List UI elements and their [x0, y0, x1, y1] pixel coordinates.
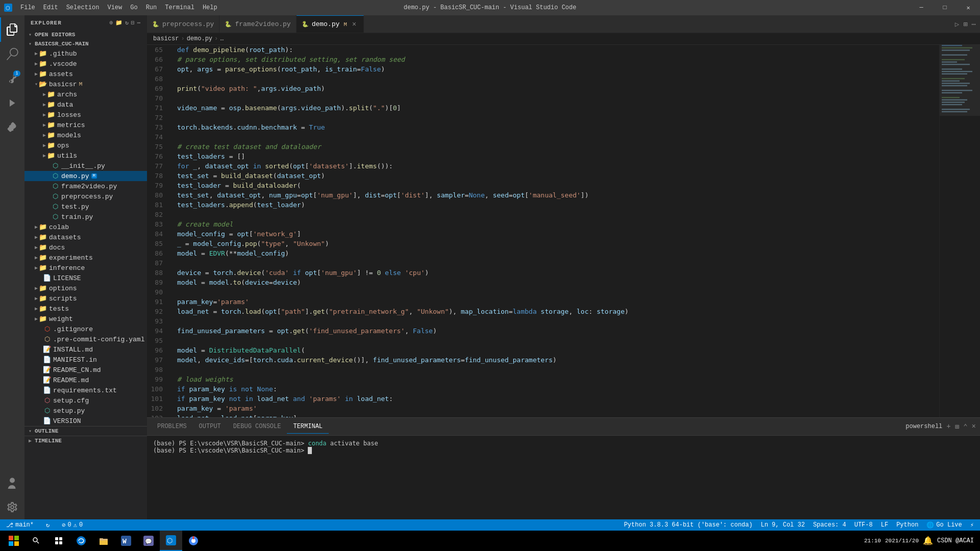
code-content[interactable]: def demo_pipeline(root_path): # parse op… — [175, 45, 939, 417]
menu-help[interactable]: Help — [199, 2, 222, 13]
taskbar-chrome[interactable] — [182, 531, 205, 551]
panel-tab-output[interactable]: OUTPUT — [193, 420, 227, 433]
activity-source-control[interactable]: 1 — [0, 66, 24, 91]
sidebar-item-setup-py[interactable]: ⬡ setup.py — [24, 406, 147, 416]
sidebar-item-basicsr[interactable]: ▾ 📂 basicsr M — [24, 79, 147, 89]
split-editor-icon[interactable]: ⊞ — [963, 20, 967, 29]
sidebar-item-frame2video[interactable]: ⬡ frame2video.py — [24, 181, 147, 191]
timeline-header[interactable]: ▶ TIMELINE — [24, 436, 147, 445]
sidebar-item-models[interactable]: ▶ 📁 models — [24, 130, 147, 140]
activity-explorer[interactable] — [0, 17, 24, 42]
sidebar-item-datasets[interactable]: ▶ 📁 datasets — [24, 232, 147, 242]
sidebar-item-readme[interactable]: 📝 README.md — [24, 375, 147, 385]
panel-add-terminal[interactable]: + — [946, 422, 950, 431]
sidebar-item-license[interactable]: 📄 LICENSE — [24, 273, 147, 283]
sidebar-item-metrics[interactable]: ▶ 📁 metrics — [24, 120, 147, 130]
tab-frame2video[interactable]: 🐍 frame2video.py — [219, 15, 296, 33]
menu-view[interactable]: View — [103, 2, 126, 13]
status-ln-col[interactable]: Ln 9, Col 32 — [758, 521, 806, 529]
menu-run[interactable]: Run — [142, 2, 161, 13]
sidebar-item-assets[interactable]: ▶ 📁 assets — [24, 69, 147, 79]
status-branch[interactable]: ⎇ main* — [4, 521, 36, 529]
more-actions-icon[interactable]: ⋯ — [972, 20, 976, 29]
sidebar-item-ops[interactable]: ▶ 📁 ops — [24, 140, 147, 151]
sidebar-item-preprocess[interactable]: ⬡ preprocess.py — [24, 191, 147, 202]
sidebar-item-requirements[interactable]: 📄 requirements.txt — [24, 385, 147, 395]
menu-file[interactable]: File — [16, 2, 39, 13]
sidebar-item-archs[interactable]: ▶ 📁 archs — [24, 89, 147, 99]
panel-split-terminal[interactable]: ⊞ — [955, 422, 959, 431]
sidebar-item-train[interactable]: ⬡ train.py — [24, 212, 147, 222]
sidebar-item-docs[interactable]: ▶ 📁 docs — [24, 242, 147, 253]
status-encoding[interactable]: UTF-8 — [852, 521, 875, 529]
status-language[interactable]: Python — [894, 521, 920, 529]
sidebar-item-pre-commit[interactable]: ⬡ .pre-commit-config.yaml — [24, 334, 147, 344]
sidebar-item-tests[interactable]: ▶ 📁 tests — [24, 304, 147, 314]
sidebar-item-inference[interactable]: ▶ 📁 inference — [24, 263, 147, 273]
sidebar-item-utils[interactable]: ▶ 📁 utils — [24, 151, 147, 161]
status-errors[interactable]: ⊘ 0 ⚠ 0 — [60, 521, 85, 529]
menu-selection[interactable]: Selection — [62, 2, 104, 13]
taskbar-edge[interactable] — [70, 531, 92, 551]
more-actions-icon[interactable]: ⋯ — [137, 19, 141, 26]
sidebar-item-manifest[interactable]: 📄 MANIFEST.in — [24, 355, 147, 365]
taskbar-task-view[interactable] — [47, 531, 70, 551]
sidebar-item-github[interactable]: ▶ 📁 .github — [24, 48, 147, 59]
status-lightning[interactable]: ⚡ — [968, 521, 976, 529]
breadcrumb-demo-py[interactable]: demo.py — [187, 35, 212, 42]
taskbar-word[interactable]: W — [115, 531, 137, 551]
sidebar-item-setup-cfg[interactable]: ⬡ setup.cfg — [24, 395, 147, 406]
maximize-button[interactable]: □ — [933, 0, 957, 15]
status-eol[interactable]: LF — [879, 521, 890, 529]
sidebar-item-init[interactable]: ⬡ __init__.py — [24, 161, 147, 171]
sidebar-item-experiments[interactable]: ▶ 📁 experiments — [24, 253, 147, 263]
new-folder-icon[interactable]: 📁 — [115, 19, 123, 26]
open-editors-header[interactable]: ▾ OPEN EDITORS — [24, 30, 147, 39]
run-icon[interactable]: ▷ — [955, 20, 959, 29]
breadcrumb-basicsr[interactable]: basicsr — [153, 35, 179, 42]
taskbar-vscode[interactable]: ⬡ — [160, 531, 182, 551]
panel-tab-terminal[interactable]: TERMINAL — [287, 420, 329, 434]
sidebar-item-vscode[interactable]: ▶ 📁 .vscode — [24, 59, 147, 69]
taskbar-start[interactable] — [2, 531, 25, 551]
sidebar-item-losses[interactable]: ▶ 📁 losses — [24, 110, 147, 120]
status-python[interactable]: Python 3.8.3 64-bit ('base': conda) — [622, 521, 754, 529]
refresh-icon[interactable]: ↻ — [125, 19, 129, 26]
sidebar-item-weight[interactable]: ▶ 📁 weight — [24, 314, 147, 324]
root-folder-header[interactable]: ▾ BASICSR_CUC-MAIN — [24, 39, 147, 48]
outline-header[interactable]: ▾ OUTLINE — [24, 427, 147, 436]
panel-tab-problems[interactable]: PROBLEMS — [151, 420, 193, 433]
activity-settings[interactable] — [0, 495, 24, 519]
activity-account[interactable] — [0, 470, 24, 495]
activity-run[interactable] — [0, 91, 24, 115]
activity-search[interactable] — [0, 42, 24, 66]
activity-extensions[interactable] — [0, 115, 24, 140]
panel-maximize[interactable]: ⌃ — [963, 422, 967, 431]
sidebar-item-gitignore[interactable]: ⬡ .gitignore — [24, 324, 147, 334]
menu-edit[interactable]: Edit — [39, 2, 62, 13]
tab-close-button[interactable]: × — [350, 20, 358, 29]
taskbar-teams[interactable]: 💬 — [137, 531, 160, 551]
sidebar-item-data[interactable]: ▶ 📁 data — [24, 99, 147, 110]
sidebar-item-demo[interactable]: ⬡ demo.py M — [24, 171, 147, 181]
taskbar-explorer[interactable] — [92, 531, 115, 551]
menu-terminal[interactable]: Terminal — [161, 2, 199, 13]
sidebar-item-test[interactable]: ⬡ test.py — [24, 202, 147, 212]
status-sync[interactable]: ↻ — [44, 521, 52, 529]
tab-demo[interactable]: 🐍 demo.py M × — [297, 15, 364, 33]
sidebar-item-install-md[interactable]: 📝 INSTALL.md — [24, 344, 147, 355]
sidebar-item-scripts[interactable]: ▶ 📁 scripts — [24, 293, 147, 304]
minimize-button[interactable]: ─ — [910, 0, 933, 15]
close-button[interactable]: ✕ — [957, 0, 980, 15]
tab-preprocess[interactable]: 🐍 preprocess.py — [147, 15, 219, 33]
sidebar-item-options[interactable]: ▶ 📁 options — [24, 283, 147, 293]
sidebar-item-readme-cn[interactable]: 📝 README_CN.md — [24, 365, 147, 375]
collapse-all-icon[interactable]: ⊟ — [131, 19, 135, 26]
new-file-icon[interactable]: ⊕ — [110, 19, 114, 26]
taskbar-search[interactable] — [25, 531, 47, 551]
panel-close[interactable]: × — [972, 422, 976, 431]
panel-content[interactable]: (base) PS E:\vscode\VSR\BasicSR_CUC-main… — [147, 436, 980, 519]
breadcrumb-ellipsis[interactable]: … — [220, 35, 224, 42]
panel-tab-debug-console[interactable]: DEBUG CONSOLE — [227, 420, 287, 433]
taskbar-notification[interactable]: 🔔 — [923, 536, 933, 546]
